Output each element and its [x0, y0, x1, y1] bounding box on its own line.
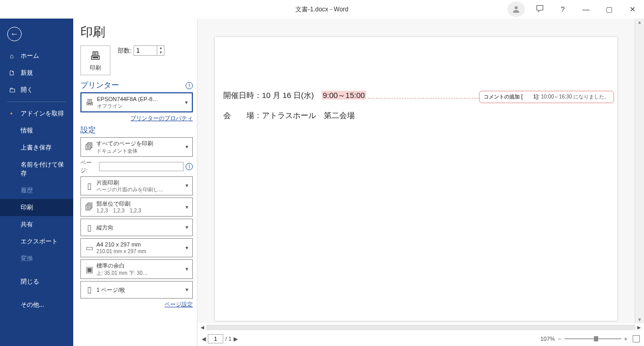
page-navigator: ◀ / 1 ▶	[202, 334, 238, 343]
zoom-thumb[interactable]	[594, 336, 598, 341]
scroll-up-icon[interactable]: ▲	[637, 19, 642, 26]
scroll-track[interactable]	[637, 26, 643, 316]
spin-up-icon[interactable]: ▲	[157, 46, 164, 51]
pages-per-sheet-dropdown[interactable]: ▯1 ページ/枚▼	[80, 281, 193, 299]
pages-label: ページ:	[80, 159, 97, 174]
doc-highlighted-text: 9:00～15:00	[322, 91, 366, 100]
sidebar-label: アドインを取得	[21, 109, 64, 118]
zoom-percent: 107%	[540, 336, 555, 342]
new-doc-icon: 🗋	[7, 69, 16, 77]
sidebar-item-share[interactable]: 共有	[0, 216, 73, 233]
chevron-down-icon: ▼	[185, 205, 189, 210]
sidebar-label: 閉じる	[21, 277, 39, 286]
zoom-in-button[interactable]: +	[624, 336, 628, 342]
sheet-icon: ▯	[84, 285, 94, 294]
sidebar-label: その他...	[21, 301, 44, 309]
titlebar-controls: ? — ▢ ✕	[507, 0, 644, 19]
feedback-icon[interactable]	[528, 0, 551, 19]
margins-dropdown[interactable]: ▣標準の余白上: 35.01 mm 下: 30…▼	[80, 259, 193, 278]
printer-properties-link[interactable]: プリンターのプロパティ	[130, 115, 193, 121]
sidebar-item-home[interactable]: ⌂ホーム	[0, 47, 73, 64]
sidebar: ← ⌂ホーム 🗋新規 🗀開く アドインを取得 情報 上書き保存 名前を付けて保存…	[0, 19, 73, 346]
svg-point-0	[515, 6, 518, 9]
sidebar-label: 履歴	[21, 186, 33, 195]
sidebar-item-print[interactable]: 印刷	[0, 199, 73, 216]
sidebar-label: 新規	[21, 69, 33, 77]
titlebar: 文書-1.docx - Word ? — ▢ ✕	[0, 0, 644, 19]
print-range-dropdown[interactable]: 🗐すべてのページを印刷ドキュメント全体▼	[80, 137, 193, 156]
help-icon[interactable]: ?	[551, 0, 574, 19]
copies-spinbox[interactable]: ▲▼	[134, 45, 164, 56]
content: 印刷 🖶 印刷 部数: ▲▼ プリンターi	[73, 19, 644, 346]
minimize-button[interactable]: —	[574, 0, 598, 19]
app-title: 文書-1.docx - Word	[295, 5, 348, 14]
orientation-dropdown[interactable]: ▯縦方向▼	[80, 219, 193, 236]
sidebar-label: 開く	[21, 86, 33, 94]
print-preview: 開催日時：10 月 16 日(水) 9:00～15:00 会 場：アトラスホール…	[197, 19, 644, 346]
printer-icon: 🖶	[90, 50, 101, 63]
spin-down-icon[interactable]: ▼	[157, 51, 164, 55]
sides-dropdown[interactable]: ▯片面印刷ページの片面のみを印刷し…▼	[80, 176, 193, 195]
page-number-input[interactable]	[208, 334, 223, 343]
scroll-right-icon[interactable]: ▶	[636, 325, 642, 330]
scroll-track[interactable]	[206, 325, 635, 330]
user-avatar-icon[interactable]	[507, 2, 525, 17]
print-button[interactable]: 🖶 印刷	[80, 45, 110, 75]
info-icon[interactable]: i	[186, 163, 193, 170]
close-button[interactable]: ✕	[621, 0, 644, 19]
settings-section-header: 設定	[80, 125, 193, 135]
zoom-fit-icon[interactable]	[633, 335, 640, 342]
sidebar-item-save[interactable]: 上書き保存	[0, 139, 73, 156]
sidebar-label: 変換	[21, 254, 33, 263]
chevron-down-icon: ▼	[185, 225, 189, 230]
zoom-out-button[interactable]: −	[558, 336, 561, 342]
chevron-down-icon: ▼	[184, 100, 189, 105]
copies-field: 部数: ▲▼	[118, 45, 164, 56]
vertical-scrollbar[interactable]: ▲▼	[635, 19, 644, 323]
page-setup-link[interactable]: ページ設定	[164, 301, 193, 307]
chevron-down-icon: ▼	[185, 144, 189, 150]
comment-balloon[interactable]: コメントの追加 [ 1]: 10:00～16:30 になりました。	[479, 91, 614, 103]
horizontal-scrollbar[interactable]: ◀▶	[197, 323, 644, 332]
home-icon: ⌂	[7, 52, 16, 60]
doc-text: 開催日時：10 月 16 日(水)	[223, 91, 322, 100]
pages-row: ページ:i	[80, 159, 193, 174]
sidebar-item-open[interactable]: 🗀開く	[0, 81, 73, 98]
next-page-icon[interactable]: ▶	[234, 336, 238, 342]
printer-dropdown[interactable]: 🖶 EPSON744F8A (EP-8…オフライン ▼	[80, 92, 193, 112]
print-button-label: 印刷	[90, 64, 101, 72]
sidebar-item-close[interactable]: 閉じる	[0, 273, 73, 290]
scroll-down-icon[interactable]: ▼	[637, 316, 642, 323]
sidebar-item-saveas[interactable]: 名前を付けて保存	[0, 156, 73, 182]
copies-input[interactable]	[134, 46, 157, 55]
collate-dropdown[interactable]: 🗐部単位で印刷1,2,3 1,2,3 1,2,3▼	[80, 197, 193, 217]
papersize-dropdown[interactable]: ▭A4 210 x 297 mm210.01 mm x 297 mm▼	[80, 238, 193, 257]
page-total: / 1	[225, 336, 232, 342]
zoom-slider[interactable]	[565, 338, 621, 339]
back-button[interactable]: ←	[0, 24, 73, 47]
prev-page-icon[interactable]: ◀	[202, 336, 206, 342]
onesided-icon: ▯	[84, 181, 94, 191]
sidebar-item-export[interactable]: エクスポート	[0, 233, 73, 250]
collate-icon: 🗐	[84, 203, 94, 212]
open-folder-icon: 🗀	[7, 86, 16, 94]
sidebar-item-new[interactable]: 🗋新規	[0, 64, 73, 81]
sidebar-label: 上書き保存	[21, 143, 52, 152]
sidebar-item-transform: 変換	[0, 250, 73, 267]
pages-input[interactable]	[99, 162, 184, 171]
sidebar-label: 情報	[21, 126, 33, 135]
chevron-down-icon: ▼	[185, 287, 189, 292]
comment-connector	[368, 98, 486, 98]
info-icon[interactable]: i	[186, 82, 193, 89]
preview-canvas: 開催日時：10 月 16 日(水) 9:00～15:00 会 場：アトラスホール…	[197, 19, 635, 323]
sidebar-item-addins[interactable]: アドインを取得	[0, 105, 73, 122]
sidebar-item-info[interactable]: 情報	[0, 122, 73, 139]
scroll-left-icon[interactable]: ◀	[200, 325, 205, 330]
sidebar-item-other[interactable]: その他...	[0, 296, 73, 314]
printer-section-header: プリンターi	[80, 80, 193, 90]
maximize-button[interactable]: ▢	[598, 0, 621, 19]
chevron-down-icon: ▼	[185, 183, 189, 188]
portrait-icon: ▯	[84, 223, 94, 233]
chevron-down-icon: ▼	[185, 267, 189, 272]
print-panel: 印刷 🖶 印刷 部数: ▲▼ プリンターi	[73, 19, 197, 346]
